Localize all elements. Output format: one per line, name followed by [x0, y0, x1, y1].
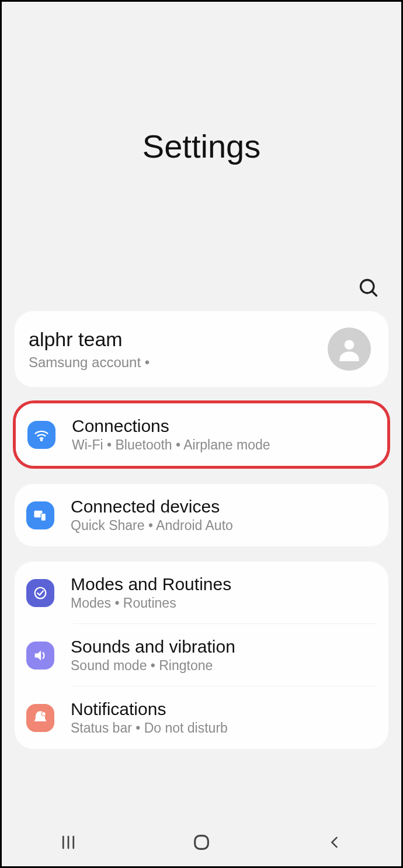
row-sub: Sound mode • Ringtone: [71, 658, 376, 674]
row-title: Connected devices: [71, 497, 376, 517]
svg-point-2: [345, 340, 355, 350]
back-icon: [326, 834, 343, 850]
settings-row-modes-and-routines[interactable]: Modes and Routines Modes • Routines: [15, 562, 388, 624]
settings-row-notifications[interactable]: Notifications Status bar • Do not distur…: [15, 686, 388, 749]
row-icon-container: [26, 501, 54, 529]
navigation-bar: [2, 818, 401, 866]
svg-point-3: [41, 439, 42, 440]
row-icon-container: [27, 421, 55, 449]
routines-icon: [32, 585, 48, 601]
home-icon: [192, 832, 211, 852]
person-icon: [335, 334, 364, 364]
search-button[interactable]: [356, 275, 381, 301]
back-button[interactable]: [311, 828, 358, 857]
recents-icon: [60, 834, 77, 851]
row-title: Notifications: [71, 699, 376, 719]
recents-button[interactable]: [45, 828, 92, 857]
row-title: Connections: [72, 416, 374, 436]
svg-point-6: [35, 587, 46, 598]
row-icon-container: [26, 704, 54, 732]
account-name: alphr team: [29, 328, 328, 351]
svg-point-7: [41, 712, 46, 716]
row-title: Modes and Routines: [71, 574, 376, 594]
settings-row-connected-devices[interactable]: Connected devices Quick Share • Android …: [15, 484, 388, 546]
wifi-icon: [33, 427, 50, 443]
avatar: [328, 327, 371, 371]
row-sub: Modes • Routines: [71, 595, 376, 611]
notifications-icon: [32, 710, 48, 726]
row-icon-container: [26, 642, 54, 670]
account-row[interactable]: alphr team Samsung account •: [15, 311, 388, 387]
row-icon-container: [26, 579, 54, 607]
settings-row-connections[interactable]: Connections Wi-Fi • Bluetooth • Airplane…: [16, 403, 387, 466]
row-sub: Quick Share • Android Auto: [71, 518, 376, 534]
page-title: Settings: [143, 127, 260, 165]
devices-icon: [32, 507, 48, 524]
row-title: Sounds and vibration: [71, 637, 376, 657]
search-icon: [358, 277, 379, 298]
row-sub: Wi-Fi • Bluetooth • Airplane mode: [72, 437, 374, 453]
settings-row-sounds-and-vibration[interactable]: Sounds and vibration Sound mode • Ringto…: [15, 624, 388, 686]
row-sub: Status bar • Do not disturb: [71, 720, 376, 736]
highlighted-group: Connections Wi-Fi • Bluetooth • Airplane…: [13, 400, 390, 469]
home-button[interactable]: [178, 828, 225, 857]
account-sub: Samsung account •: [29, 354, 328, 371]
sound-icon: [32, 647, 48, 664]
svg-line-1: [372, 291, 377, 296]
svg-rect-5: [41, 513, 46, 521]
svg-rect-11: [195, 836, 209, 849]
